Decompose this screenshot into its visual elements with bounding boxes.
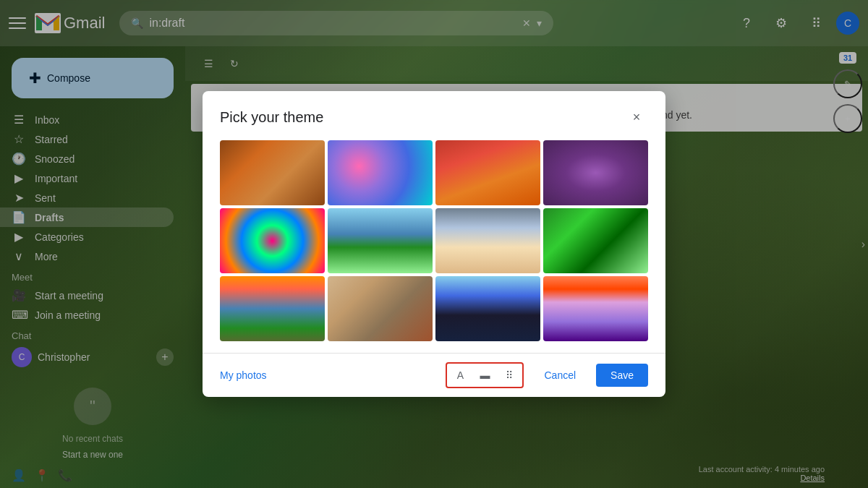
cancel-button[interactable]: Cancel [529, 364, 590, 387]
modal-overlay: Pick your theme × My photos [0, 0, 868, 488]
theme-item-desert[interactable] [328, 276, 433, 341]
my-photos-link[interactable]: My photos [220, 369, 267, 381]
theme-item-forest[interactable] [543, 208, 648, 273]
theme-item-city[interactable] [435, 276, 540, 341]
view-text-button[interactable]: A [448, 365, 472, 385]
theme-item-beach[interactable] [435, 208, 540, 273]
theme-item-golden-gate[interactable] [220, 276, 325, 341]
theme-grid-container [203, 140, 665, 353]
theme-grid [220, 140, 648, 341]
theme-picker-modal: Pick your theme × My photos [203, 91, 665, 397]
theme-item-clouds[interactable] [543, 276, 648, 341]
modal-header: Pick your theme × [203, 91, 665, 140]
modal-title: Pick your theme [220, 109, 323, 126]
theme-item-autumn[interactable] [220, 140, 325, 205]
view-grid-button[interactable]: ⠿ [498, 365, 521, 385]
theme-item-canyon[interactable] [435, 140, 540, 205]
save-button[interactable]: Save [596, 364, 648, 387]
theme-item-spinner[interactable] [220, 208, 325, 273]
view-toggle-group: A ▬ ⠿ [446, 362, 524, 388]
modal-footer: My photos A ▬ ⠿ Cancel Save [203, 353, 665, 397]
theme-item-bokeh[interactable] [328, 140, 433, 205]
view-landscape-button[interactable]: ▬ [473, 365, 496, 385]
theme-item-jellyfish[interactable] [543, 140, 648, 205]
modal-close-button[interactable]: × [625, 106, 648, 129]
theme-item-island[interactable] [328, 208, 433, 273]
